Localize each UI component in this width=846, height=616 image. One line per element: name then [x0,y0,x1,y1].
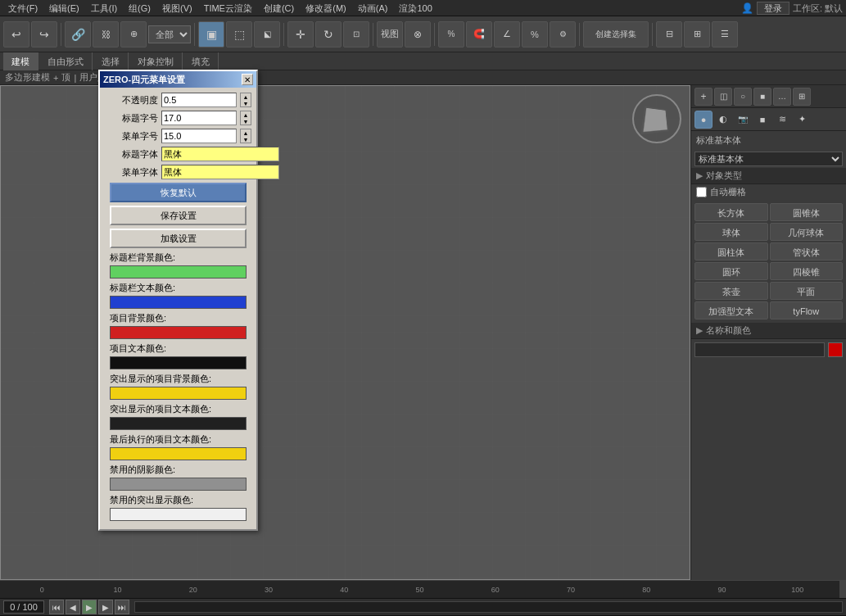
rp-icon-box[interactable]: ■ [753,111,771,129]
rp-icon-half[interactable]: ◐ [714,111,732,129]
obj-type-cone[interactable]: 圆锥体 [770,203,844,221]
spinner-snap[interactable]: ⚙ [550,21,576,48]
menu-size-input[interactable] [161,129,237,143]
color-swatch[interactable] [828,342,843,357]
primitive-dropdown[interactable]: 标准基本体 [694,152,843,166]
name-input[interactable] [694,342,825,357]
pivot-button[interactable]: ⊗ [405,21,431,48]
item-text-color-swatch[interactable] [110,356,247,369]
obj-type-tube[interactable]: 管状体 [770,242,844,260]
obj-type-teapot[interactable]: 茶壶 [694,282,768,300]
prev-frame-button[interactable]: ⏮ [49,600,64,614]
next-frame-button[interactable]: ⏭ [115,600,129,614]
timeline-track[interactable] [134,601,843,613]
viewport-compass[interactable] [632,94,681,143]
save-settings-button[interactable]: 保存设置 [110,206,247,225]
rp-expand-button[interactable]: ⊞ [793,88,811,106]
menu-modifier[interactable]: 修改器(M) [301,0,351,16]
next-key-button[interactable]: ▶ [98,600,113,614]
menu-render[interactable]: 渲染100 [394,0,437,16]
menu-group[interactable]: 组(G) [124,0,156,16]
title-font-input[interactable] [161,147,279,161]
menu-file[interactable]: 文件(F) [3,0,43,16]
menu-edit[interactable]: 编辑(E) [44,0,84,16]
rp-more-button[interactable]: … [773,88,791,106]
title-size-input[interactable] [161,111,237,125]
spinner-down-icon[interactable]: ▼ [241,100,251,106]
dialog-titlebar[interactable]: ZERO-四元菜单设置 ✕ [100,71,256,88]
bind-button[interactable]: ⊕ [120,21,147,48]
rp-circle-button[interactable]: ○ [734,88,752,106]
login-button[interactable]: 登录 [757,2,789,15]
move-button[interactable]: ✛ [287,21,314,48]
last-exec-text-color-swatch[interactable] [110,447,247,460]
opacity-input[interactable] [161,93,237,107]
snap-toggle[interactable]: 🧲 [466,21,492,48]
tab-selection[interactable]: 选择 [93,52,129,70]
menu-view[interactable]: 视图(V) [157,0,197,16]
highlight-bg-color-swatch[interactable] [110,387,247,400]
title-text-color-swatch[interactable] [110,296,247,309]
rp-square-button[interactable]: ■ [753,88,771,106]
tab-modeling[interactable]: 建模 [3,52,38,70]
highlight-text-color-swatch[interactable] [110,417,247,430]
rp-icon-star[interactable]: ✦ [793,111,811,129]
obj-type-cylinder[interactable]: 圆柱体 [694,242,768,260]
menu-font-input[interactable] [161,165,279,179]
play-button[interactable]: ▶ [82,600,97,614]
title-size-spinner-down[interactable]: ▼ [241,118,251,125]
rp-icon-camera[interactable]: 📷 [734,111,752,129]
link-button[interactable]: 🔗 [65,21,91,48]
percent-button[interactable]: % [438,21,464,48]
mirror-button[interactable]: ⊟ [656,21,682,48]
obj-type-pyramid[interactable]: 四棱锥 [770,262,844,280]
menu-create[interactable]: 创建(C) [259,0,299,16]
lasso-button[interactable]: ⬕ [254,21,280,48]
obj-type-geosphere[interactable]: 几何球体 [770,223,844,241]
menu-animation[interactable]: 动画(A) [353,0,393,16]
disabled-shadow-color-swatch[interactable] [110,478,247,491]
obj-type-tyflow[interactable]: tyFlow [770,301,844,319]
obj-type-torus[interactable]: 圆环 [694,262,768,280]
redo-button[interactable]: ↪ [31,21,57,48]
angle-snap[interactable]: ∠ [494,21,520,48]
menu-size-spinner[interactable]: ▲ ▼ [240,129,251,143]
prev-key-button[interactable]: ◀ [66,600,80,614]
section-name-color[interactable]: ▶ 名称和颜色 [691,323,846,339]
dialog-close-button[interactable]: ✕ [242,74,253,85]
undo-button[interactable]: ↩ [3,21,29,48]
menu-size-spinner-down[interactable]: ▼ [241,136,251,143]
create-selection-button[interactable]: 创建选择集 [583,21,649,48]
tab-object-control[interactable]: 对象控制 [129,52,183,70]
obj-type-box[interactable]: 长方体 [694,203,768,221]
tab-populate[interactable]: 填充 [183,52,219,70]
percent-snap[interactable]: % [522,21,548,48]
rp-icon-wave[interactable]: ≋ [773,111,791,129]
opacity-spinner[interactable]: ▲ ▼ [240,93,251,107]
tab-freeform[interactable]: 自由形式 [39,52,93,70]
obj-type-sphere[interactable]: 球体 [694,223,768,241]
title-size-spinner[interactable]: ▲ ▼ [240,111,251,125]
rp-shape-button[interactable]: ◫ [714,88,732,106]
view-dropdown-btn[interactable]: 视图 [377,21,403,48]
title-size-spinner-up[interactable]: ▲ [241,111,251,118]
unlink-button[interactable]: ⛓ [93,21,119,48]
select-button[interactable]: ▣ [198,21,224,48]
menu-time-cloud[interactable]: TIME云渲染 [199,0,257,16]
menu-size-spinner-up[interactable]: ▲ [241,129,251,136]
filter-dropdown[interactable]: 全部 [148,25,191,43]
obj-type-plane[interactable]: 平面 [770,282,844,300]
auto-grid-checkbox[interactable] [696,187,707,197]
menu-tools[interactable]: 工具(I) [86,0,122,16]
spinner-up-icon[interactable]: ▲ [241,93,251,100]
disabled-highlight-color-swatch[interactable] [110,508,247,521]
layers-button[interactable]: ☰ [712,21,738,48]
align-button[interactable]: ⊞ [684,21,710,48]
rp-icon-sphere[interactable]: ● [694,111,713,129]
scale-button[interactable]: ⊡ [343,21,369,48]
title-bg-color-swatch[interactable] [110,265,247,279]
load-settings-button[interactable]: 加载设置 [110,229,247,248]
rotate-button[interactable]: ↻ [315,21,342,48]
section-object-type[interactable]: ▶ 对象类型 [691,168,846,184]
obj-type-extended-text[interactable]: 加强型文本 [694,301,768,319]
